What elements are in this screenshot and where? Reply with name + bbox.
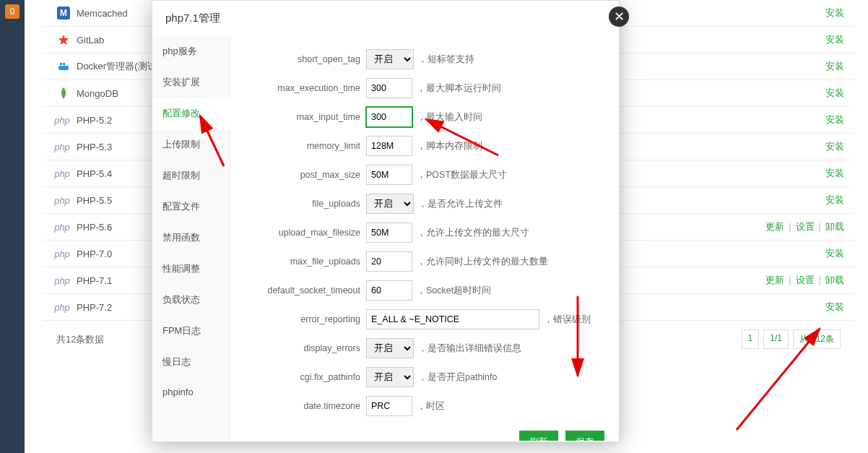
max_input_time-input[interactable]: [366, 107, 412, 127]
modal-tab-7[interactable]: 性能调整: [152, 254, 230, 285]
field-desc: ，短标签支持: [418, 53, 474, 66]
modal-tab-4[interactable]: 超时限制: [152, 160, 230, 191]
field-label: memory_limit: [245, 141, 360, 151]
settings-link[interactable]: 设置: [796, 275, 815, 285]
modal-tab-0[interactable]: php服务: [152, 36, 230, 67]
svg-rect-2: [58, 66, 69, 70]
modal-tab-10[interactable]: 慢日志: [152, 347, 230, 378]
field-desc: ，允许上传文件的最大尺寸: [417, 227, 529, 239]
php-config-modal: ✕ php7.1管理 php服务安装扩展配置修改上传限制超时限制配置文件禁用函数…: [152, 0, 620, 442]
form-row: short_open_tag开启，短标签支持: [245, 49, 604, 69]
field-label: upload_max_filesize: [245, 228, 360, 238]
svg-text:M: M: [60, 8, 67, 18]
modal-tab-9[interactable]: FPM日志: [152, 316, 230, 347]
field-label: display_errors: [245, 343, 360, 353]
form-row: memory_limit，脚本内存限制: [245, 136, 604, 156]
modal-tab-5[interactable]: 配置文件: [152, 191, 230, 223]
field-desc: ，允许同时上传文件的最大数量: [417, 256, 548, 268]
update-badge[interactable]: 0: [5, 4, 19, 19]
save-button[interactable]: 保存: [565, 431, 604, 441]
field-desc: ，脚本内存限制: [417, 140, 482, 152]
form-row: max_execution_time，最大脚本运行时间: [245, 78, 604, 98]
pager-current[interactable]: 1: [742, 329, 760, 349]
install-link[interactable]: 安装: [825, 87, 844, 98]
install-link[interactable]: 安装: [825, 114, 844, 125]
upload_max_filesize-input[interactable]: [366, 223, 412, 243]
pager-total: 1/1: [763, 329, 789, 349]
refresh-button[interactable]: 刷新: [519, 431, 558, 441]
field-label: max_input_time: [245, 112, 360, 122]
install-link[interactable]: 安装: [825, 141, 844, 152]
field-desc: ，POST数据最大尺寸: [417, 169, 507, 181]
svg-rect-4: [63, 63, 65, 65]
update-link[interactable]: 更新: [765, 221, 784, 232]
modal-content: short_open_tag开启，短标签支持max_execution_time…: [230, 36, 619, 441]
php-icon: php: [56, 246, 71, 261]
cgi.fix_pathinfo-select[interactable]: 开启: [366, 367, 414, 387]
memory_limit-input[interactable]: [366, 136, 412, 156]
form-row: post_max_size，POST数据最大尺寸: [245, 165, 604, 185]
gitlab-icon: [56, 33, 71, 47]
pager-summary: 共12条数据: [56, 333, 104, 346]
install-link[interactable]: 安装: [825, 34, 844, 45]
error_reporting-input[interactable]: [366, 309, 539, 329]
uninstall-link[interactable]: 卸载: [825, 221, 844, 232]
pager-range: 从1-12条: [793, 329, 841, 349]
install-link[interactable]: 安装: [825, 7, 844, 18]
mongodb-icon: [56, 86, 71, 100]
modal-title: php7.1管理: [152, 1, 619, 36]
field-label: max_file_uploads: [245, 256, 360, 267]
form-row: cgi.fix_pathinfo开启，是否开启pathinfo: [245, 367, 604, 387]
field-desc: ，Socket超时时间: [417, 285, 491, 297]
field-label: short_open_tag: [245, 54, 360, 64]
docker-icon: [56, 59, 71, 74]
modal-tab-6[interactable]: 禁用函数: [152, 223, 230, 254]
file_uploads-select[interactable]: 开启: [366, 194, 414, 214]
php-icon: php: [56, 139, 71, 154]
update-link[interactable]: 更新: [765, 275, 784, 285]
install-link[interactable]: 安装: [825, 168, 844, 178]
field-label: date.timezone: [245, 401, 360, 411]
php-icon: php: [56, 166, 71, 181]
short_open_tag-select[interactable]: 开启: [366, 49, 414, 69]
install-link[interactable]: 安装: [825, 248, 844, 259]
form-row: date.timezone，时区: [245, 396, 604, 416]
php-icon: php: [56, 220, 71, 234]
form-row: max_input_time，最大输入时间: [245, 107, 604, 127]
field-label: post_max_size: [245, 170, 360, 180]
close-icon[interactable]: ✕: [609, 7, 629, 27]
install-link[interactable]: 安装: [825, 61, 844, 72]
field-desc: ，时区: [417, 400, 445, 413]
field-label: cgi.fix_pathinfo: [245, 372, 360, 382]
left-sidebar: 0: [0, 0, 25, 453]
settings-link[interactable]: 设置: [796, 221, 815, 232]
default_socket_timeout-input[interactable]: [366, 280, 412, 301]
field-label: max_execution_time: [245, 83, 360, 93]
field-label: default_socket_timeout: [245, 285, 360, 295]
install-link[interactable]: 安装: [825, 301, 844, 312]
modal-tab-3[interactable]: 上传限制: [152, 129, 230, 160]
form-row: max_file_uploads，允许同时上传文件的最大数量: [245, 251, 604, 272]
date.timezone-input[interactable]: [366, 396, 412, 416]
form-row: upload_max_filesize，允许上传文件的最大尺寸: [245, 223, 604, 243]
modal-tab-8[interactable]: 负载状态: [152, 285, 230, 316]
uninstall-link[interactable]: 卸载: [825, 275, 844, 285]
modal-tab-2[interactable]: 配置修改: [152, 98, 230, 129]
field-label: error_reporting: [245, 314, 360, 324]
install-link[interactable]: 安装: [825, 194, 844, 205]
field-desc: ，最大脚本运行时间: [417, 82, 501, 95]
php-icon: php: [56, 273, 71, 288]
memcached-icon: M: [56, 6, 71, 20]
modal-tab-1[interactable]: 安装扩展: [152, 67, 230, 98]
field-desc: ，是否开启pathinfo: [418, 371, 497, 384]
modal-tab-11[interactable]: phpinfo: [152, 378, 230, 407]
php-icon: php: [56, 113, 71, 127]
form-row: file_uploads开启，是否允许上传文件: [245, 194, 604, 214]
max_file_uploads-input[interactable]: [366, 251, 412, 272]
display_errors-select[interactable]: 开启: [366, 338, 414, 358]
max_execution_time-input[interactable]: [366, 78, 412, 98]
post_max_size-input[interactable]: [366, 165, 412, 185]
form-row: error_reporting，错误级别: [245, 309, 604, 329]
field-label: file_uploads: [245, 199, 360, 209]
field-desc: ，是否输出详细错误信息: [418, 342, 521, 355]
